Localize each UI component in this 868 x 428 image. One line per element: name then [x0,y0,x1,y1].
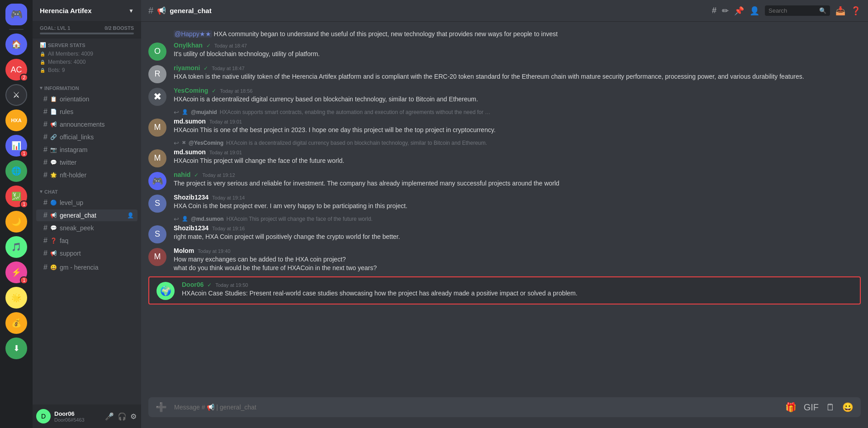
message-content: Shozib1234 Today at 19:14 HXA Coin is th… [174,194,861,213]
message-text: The project is very serious and reliable… [174,179,861,188]
gift-icon[interactable]: 🎁 [785,402,797,413]
channel-general-chat[interactable]: # 📢 general_chat 👤 [36,209,138,221]
channel-gm-herencia[interactable]: # 😀 gm - herencia [36,262,138,273]
message-content: YesComing ✓ Today at 18:56 HXAcoin is a … [174,87,861,106]
channel-twitter[interactable]: # 💬 twitter [36,157,138,168]
message-group: R riyamoni ✓ Today at 18:47 HXA token is… [141,62,868,85]
server-icon-12[interactable]: 💰 [5,312,27,334]
message-input[interactable] [174,404,778,411]
edit-icon[interactable]: ✏ [722,6,729,16]
channel-nft-holder[interactable]: # 🌟 nft-holder [36,169,138,181]
message-author[interactable]: YesComing [174,87,208,94]
main-content: # 📢 general_chat # ✏ 📌 👤 🔍 📥 ❓ @Happy★★ [141,0,868,428]
message-author[interactable]: Shozib1234 [174,194,209,201]
server-icon-2[interactable]: AC 2 [5,59,27,81]
category-chat[interactable]: ▾ CHAT [33,181,141,196]
channel-announcements[interactable]: # 📢 announcements [36,119,138,130]
message-input-box[interactable]: ➕ 🎁 GIF 🗒 😀 [148,397,861,417]
add-user-icon: 👤 [127,212,134,219]
channel-official-links[interactable]: # 🔗 official_links [36,131,138,143]
message-text: HXAcoin This project will change the fac… [174,157,861,166]
message-avatar: M [148,248,166,266]
message-author[interactable]: riyamoni [174,64,200,71]
microphone-icon[interactable]: 🎤 [104,411,115,422]
reply-author: @YesComing [189,140,223,146]
messages-area[interactable]: @Happy★★ HXA community began to understa… [141,22,868,397]
reply-icon: ↩ [174,139,179,147]
search-icon: 🔍 [819,7,826,14]
message-author[interactable]: Door06 [182,281,204,288]
message-text: @Happy★★ HXA community began to understa… [174,30,861,39]
message-timestamp: Today at 19:01 [209,150,242,155]
channel-faq[interactable]: # ❓ faq [36,235,138,247]
server-icon-8[interactable]: 🌙 [5,211,27,233]
hash-icon: # [43,249,47,257]
user-discriminator: Door06#5463 [54,417,100,423]
channel-rules[interactable]: # 📄 rules [36,106,138,118]
server-icon-10[interactable]: ⚡ 1 [5,262,27,283]
message-author[interactable]: md.sumon [174,148,206,156]
message-text: HXAcoin is a decentralized digital curre… [174,95,861,104]
message-avatar: M [148,119,166,137]
reply-context-wrapper: ↩ 👤 @mujahid HXAcoin supports smart cont… [141,108,868,118]
message-group: @Happy★★ HXA community began to understa… [141,29,868,40]
server-icon-1[interactable]: 🏠 [5,33,27,55]
search-input[interactable] [768,7,814,14]
server-icon-4[interactable]: HXA [5,109,27,131]
channel-support[interactable]: # 📢 support [36,247,138,259]
reply-author: @md.sumon [191,216,223,222]
message-header: Onylkhan ✓ Today at 18:47 [174,42,861,49]
message-content: md.sumon Today at 19:01 HXAcoin This is … [174,118,861,137]
channel-header-info: # 📢 general_chat [148,5,705,16]
message-author[interactable]: md.sumon [174,118,206,125]
user-list-icon[interactable]: 👤 [749,6,759,16]
channel-sneak-peek[interactable]: # 💬 sneak_peek [36,222,138,234]
emoji-icon[interactable]: 😀 [842,402,854,413]
lock-icon-2: 🔒 [40,60,45,65]
attachment-icon[interactable]: ➕ [156,402,167,413]
server-icon-3[interactable]: ⚔ [5,84,27,106]
settings-icon[interactable]: ⚙ [129,411,138,422]
message-author[interactable]: Onylkhan [174,42,203,49]
server-icon-6[interactable]: 🌐 [5,160,27,182]
message-author[interactable]: nahid [174,171,190,178]
hash-icon: # [43,224,47,232]
stat-bots: 🔒 Bots: 9 [40,66,134,74]
message-author[interactable]: Molom [174,247,194,254]
server-icon-11[interactable]: 🌟 [5,287,27,309]
server-header[interactable]: Herencia Artifex ▼ [33,0,141,22]
message-timestamp: Today at 19:12 [202,172,235,178]
reply-context-wrapper: ↩ 👤 @md.sumon HXAcoin This project will … [141,214,868,224]
message-avatar: O [148,43,166,61]
server-badge-5: 1 [20,150,28,157]
hash-icon: # [43,171,47,179]
inbox-icon[interactable]: 📥 [835,6,845,16]
gif-icon[interactable]: GIF [804,402,819,413]
headphones-icon[interactable]: 🎧 [117,411,128,422]
search-box[interactable]: 🔍 [765,5,830,16]
pin-icon[interactable]: 📌 [734,6,744,16]
message-author[interactable]: Shozib1234 [174,224,209,232]
server-badge-2: 2 [20,74,28,81]
members-icon[interactable]: # [712,6,716,15]
sticker-icon[interactable]: 🗒 [826,402,835,413]
channel-orientation[interactable]: # 📋 orientation [36,93,138,105]
message-group: 🎮 nahid ✓ Today at 19:12 The project is … [141,169,868,192]
server-icon-5[interactable]: 📊 1 [5,135,27,157]
category-information[interactable]: ▾ INFORMATION [33,78,141,93]
server-icon-download[interactable]: ⬇ [5,338,27,359]
channel-instagram[interactable]: # 📷 instagram [36,144,138,156]
help-icon[interactable]: ❓ [851,6,861,16]
message-timestamp: Today at 19:40 [198,248,230,254]
server-name: Herencia Artifex [40,7,92,14]
server-icon-7[interactable]: 💹 1 [5,185,27,207]
hash-icon: # [43,120,47,128]
hash-icon: # [43,133,47,141]
channel-level-up[interactable]: # 🔵 level_up [36,197,138,209]
server-icon-9[interactable]: 🎵 [5,236,27,258]
server-icon-discord[interactable]: 🎮 [5,4,27,25]
message-text: right mate, HXA Coin project will positi… [174,233,861,242]
lock-icon-3: 🔒 [40,68,45,73]
reply-context-wrapper: ↩ ✖ @YesComing HXAcoin is a decentralize… [141,138,868,148]
message-avatar: ✖ [148,88,166,106]
